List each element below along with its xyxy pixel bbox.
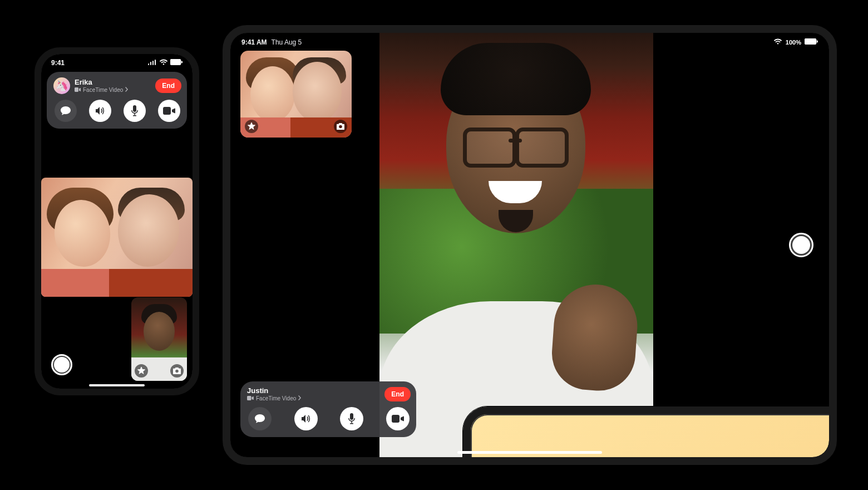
mute-button[interactable] (124, 100, 146, 122)
battery-icon (170, 59, 183, 67)
avatar-emoji: 🦄 (56, 80, 68, 92)
status-time: 9:41 AM (241, 38, 267, 46)
svg-rect-3 (155, 60, 156, 65)
capture-camera-icon (337, 123, 344, 130)
video-camera-icon (247, 395, 254, 401)
capture-camera-icon (173, 367, 181, 374)
messages-button[interactable] (55, 100, 77, 122)
mute-button[interactable] (340, 407, 363, 430)
call-subtitle: FaceTime Video (256, 395, 296, 401)
call-info-card: 🛵 Justin FaceTime Video End (240, 381, 416, 437)
call-controls (247, 407, 411, 430)
microphone-icon (348, 413, 356, 424)
svg-rect-5 (171, 60, 180, 65)
wifi-icon (159, 59, 168, 67)
caller-name: Justin (247, 387, 302, 395)
capture-photo-button[interactable] (334, 120, 347, 133)
shutter-button[interactable] (789, 233, 813, 257)
remote-video-tile[interactable] (379, 33, 653, 457)
effects-star-icon (248, 122, 255, 130)
status-date: Thu Aug 5 (272, 38, 302, 46)
iphone-screen: 9:41 🦄 Erika (41, 54, 193, 389)
messages-button[interactable] (248, 407, 272, 430)
caller-avatar[interactable]: 🦄 (53, 77, 70, 94)
caller-name: Erika (75, 79, 129, 86)
svg-rect-1 (150, 62, 151, 65)
messages-icon (60, 106, 71, 116)
call-subtitle: FaceTime Video (83, 87, 123, 93)
speaker-button[interactable] (89, 100, 111, 122)
shutter-button[interactable] (51, 354, 72, 375)
wifi-icon (773, 38, 782, 46)
self-view-tile[interactable] (131, 297, 187, 381)
chevron-right-icon (125, 87, 129, 93)
chevron-right-icon (298, 395, 302, 401)
status-time: 9:41 (51, 59, 65, 67)
iphone-notch (83, 54, 150, 67)
call-controls (53, 100, 181, 122)
iphone-device-frame: 9:41 🦄 Erika (34, 47, 199, 395)
video-camera-icon (75, 87, 81, 93)
effects-button[interactable] (135, 364, 148, 378)
end-call-button[interactable]: End (384, 387, 411, 401)
video-camera-icon (163, 107, 175, 115)
ipad-device-frame: 9:41 AM Thu Aug 5 100% (223, 25, 837, 465)
call-type-row[interactable]: FaceTime Video (247, 395, 302, 401)
home-indicator[interactable] (89, 384, 145, 386)
speaker-icon (95, 106, 106, 116)
svg-rect-2 (152, 61, 154, 65)
self-view-tile[interactable] (240, 51, 352, 138)
effects-button[interactable] (245, 120, 258, 133)
speaker-button[interactable] (294, 407, 318, 430)
call-type-row[interactable]: FaceTime Video (75, 87, 129, 93)
home-indicator[interactable] (457, 451, 602, 454)
microphone-icon (131, 105, 139, 116)
end-call-button[interactable]: End (155, 79, 181, 93)
camera-toggle-button[interactable] (386, 407, 410, 430)
effects-star-icon (137, 367, 145, 375)
speaker-icon (300, 414, 312, 424)
camera-toggle-button[interactable] (158, 100, 180, 122)
battery-icon (805, 38, 818, 46)
svg-rect-9 (817, 41, 818, 43)
capture-photo-button[interactable] (170, 364, 184, 378)
video-camera-icon (392, 415, 404, 423)
remote-video-tile[interactable] (41, 178, 193, 297)
svg-rect-6 (181, 61, 183, 63)
battery-percent: 100% (786, 39, 801, 46)
messages-icon (254, 414, 265, 424)
call-info-card: 🦄 Erika FaceTime Video End (47, 72, 187, 129)
caller-avatar[interactable]: 🛵 (463, 406, 829, 457)
ipad-screen: 9:41 AM Thu Aug 5 100% (230, 33, 829, 457)
ipad-status-bar: 9:41 AM Thu Aug 5 100% (230, 36, 829, 48)
svg-rect-8 (806, 40, 816, 44)
